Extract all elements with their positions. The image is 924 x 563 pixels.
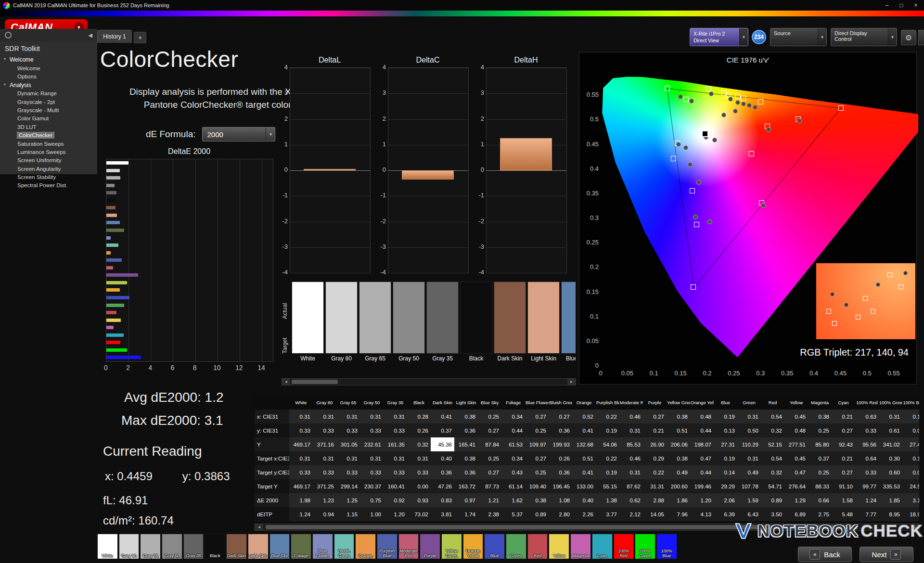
table-cell[interactable]: 299.14 [336,479,360,493]
table-cell[interactable]: 196.45 [549,479,572,493]
table-cell[interactable]: 0.41 [572,423,596,437]
pattern-count-badge[interactable]: 234 [752,30,766,44]
table-cell[interactable]: 6.89 [784,507,808,521]
patch-swatch-100-red[interactable]: 100% Red [614,534,634,559]
table-cell[interactable]: 3.10 [902,493,919,507]
table-cell[interactable]: 0.41 [431,409,454,423]
table-cell[interactable]: 0.38 [454,409,478,423]
table-cell[interactable]: 199.93 [549,437,572,451]
source-dropdown[interactable]: Source ▼ [770,28,827,46]
table-cell[interactable]: 3.81 [431,507,454,521]
patch-swatch[interactable] [561,282,576,354]
table-cell[interactable]: 0.29 [643,451,667,465]
chevron-down-icon[interactable]: ▼ [818,28,826,46]
tab-history-1[interactable]: History 1 [97,30,132,43]
table-cell[interactable]: 0.21 [832,409,855,423]
patch-swatch-gray-80[interactable]: Gray 80 [119,534,140,559]
table-cell[interactable]: 341.02 [879,437,902,451]
table-cell[interactable]: 0.31 [289,409,313,423]
add-tab-button[interactable]: + [134,32,146,43]
table-cell[interactable]: 0.25 [808,465,832,479]
table-cell[interactable]: 26.90 [643,437,667,451]
table-cell[interactable]: 0.36 [454,423,478,437]
table-cell[interactable]: 3.77 [596,507,619,521]
table-cell[interactable]: 0.92 [384,493,407,507]
table-cell[interactable]: 371.16 [313,437,336,451]
table-cell[interactable]: 95.56 [855,437,879,451]
table-cell[interactable]: 1.86 [667,493,690,507]
next-button[interactable]: Next » [860,547,913,562]
table-cell[interactable]: 1.62 [501,493,525,507]
table-cell[interactable]: 0.46 [619,451,643,465]
table-cell[interactable]: 0.62 [619,493,643,507]
table-cell[interactable]: 85.80 [808,437,832,451]
patch-swatch-white[interactable]: White [97,534,118,559]
sidebar-item-grayscale-multi[interactable]: Grayscale - Multi [0,106,97,115]
table-cell[interactable]: 29.29 [714,479,737,493]
sidebar-item-spectral-power-dist-[interactable]: Spectral Power Dist. [0,181,97,190]
table-cell[interactable]: 0.33 [855,465,879,479]
table-cell[interactable]: 2.80 [549,507,572,521]
table-cell[interactable]: 206.06 [667,437,690,451]
table-cell[interactable]: 200.60 [667,479,690,493]
meter-select-dropdown[interactable]: X-Rite i1Pro 2 Direct View ▼ [690,28,748,46]
table-cell[interactable]: 0.19 [714,409,737,423]
table-cell[interactable]: 0.27 [832,423,855,437]
table-cell[interactable]: 0.40 [572,493,596,507]
table-cell[interactable]: 0.31 [313,451,336,465]
table-cell[interactable]: 107.78 [737,479,761,493]
sidebar-item-saturation-sweeps[interactable]: Saturation Sweeps [0,140,97,148]
table-cell[interactable]: 0.36 [549,423,572,437]
table-cell[interactable]: 0.33 [313,423,336,437]
table-cell[interactable]: 0.38 [667,409,690,423]
table-cell[interactable]: 1.24 [289,507,313,521]
table-cell[interactable]: 0.31 [407,451,431,465]
sidebar-item-screen-angularity[interactable]: Screen Angularity [0,165,97,173]
table-cell[interactable]: 1.00 [360,507,384,521]
table-cell[interactable]: 0.34 [501,409,525,423]
display-control-dropdown[interactable]: Direct Display Control ▼ [831,28,897,46]
table-cell[interactable]: 2.06 [714,493,737,507]
table-cell[interactable]: 165.41 [454,437,478,451]
table-cell[interactable]: 0.13 [714,423,737,437]
table-cell[interactable]: 61.14 [501,479,525,493]
table-cell[interactable]: 0.33 [407,465,431,479]
table-cell[interactable]: 0.49 [667,465,690,479]
table-cell[interactable]: 3.50 [761,507,784,521]
maximize-button[interactable]: □ [894,0,909,11]
table-cell[interactable]: 0.34 [501,451,525,465]
table-cell[interactable]: 0.26 [407,423,431,437]
sidebar-section-analysis[interactable]: ▾Analysis [0,81,97,90]
table-cell[interactable]: 0.06 [902,423,919,437]
table-cell[interactable]: 2.12 [619,507,643,521]
table-cell[interactable]: 52.15 [761,437,784,451]
table-cell[interactable]: 0.27 [478,465,501,479]
table-cell[interactable]: 0.38 [454,451,478,465]
table-cell[interactable]: 0.27 [549,409,572,423]
patch-swatch-blue-flower[interactable]: Blue Flower [312,534,333,559]
table-cell[interactable]: 0.97 [454,493,478,507]
table-cell[interactable]: 0.15 [902,409,919,423]
table-cell[interactable]: 0.22 [643,465,667,479]
table-cell[interactable]: 54.71 [761,479,784,493]
table-cell[interactable]: 1.23 [313,493,336,507]
table-cell[interactable]: 0.25 [478,451,501,465]
patch-swatch-light-skin[interactable]: Light Skin [248,534,269,559]
table-cell[interactable]: 0.25 [808,423,832,437]
sidebar-section-welcome[interactable]: ▾Welcome [0,55,97,64]
table-cell[interactable]: 110.29 [737,437,761,451]
sidebar-item-luminance-sweeps[interactable]: Luminance Sweeps [0,148,97,156]
table-cell[interactable]: 0.38 [525,493,549,507]
table-cell[interactable]: 0.33 [313,465,336,479]
table-cell[interactable]: 1.58 [832,493,855,507]
table-cell[interactable]: 1.08 [549,493,572,507]
chevron-down-icon[interactable]: ▼ [888,28,897,46]
table-cell[interactable]: 0.49 [737,465,761,479]
table-cell[interactable]: 335.53 [879,479,902,493]
table-cell[interactable]: 0.36 [431,465,454,479]
table-cell[interactable]: 0.48 [690,409,714,423]
table-cell[interactable]: 0.31 [619,423,643,437]
table-cell[interactable]: 0.31 [737,409,761,423]
table-cell[interactable]: 0.33 [336,465,360,479]
table-cell[interactable]: 0.19 [596,423,619,437]
